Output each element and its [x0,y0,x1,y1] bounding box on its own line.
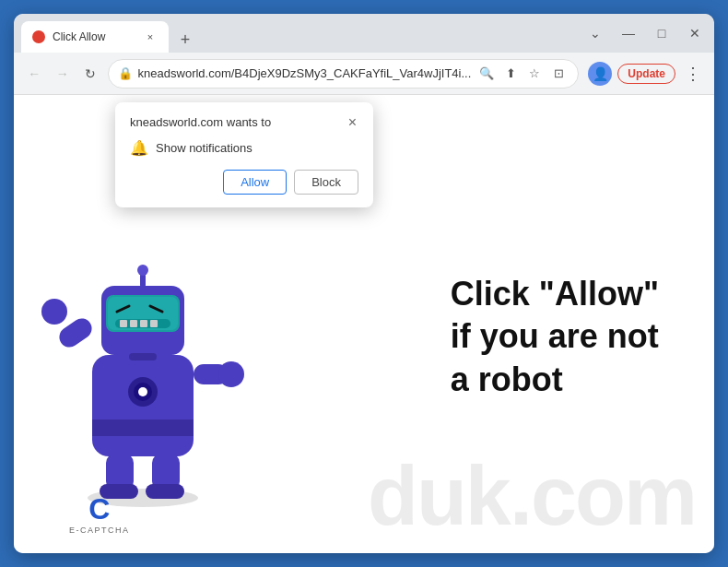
svg-point-17 [137,265,148,276]
url-text: kneadsworld.com/B4DjeX9DzSMy3_CAKFaYfiL_… [138,66,472,80]
main-text-line1: Click "Allow" [451,272,659,315]
tab-close-button[interactable]: × [143,30,158,44]
popup-title: kneadsworld.com wants to [130,115,271,129]
watermark-text: duk.com [368,449,696,544]
svg-rect-18 [129,353,157,360]
window-close-button[interactable]: ✕ [683,21,707,45]
notification-popup: kneadsworld.com wants to × 🔔 Show notifi… [115,102,373,207]
update-button[interactable]: Update [617,64,675,84]
profile-icon[interactable]: 👤 [588,62,612,86]
svg-rect-26 [146,484,184,499]
window-maximize-button[interactable]: □ [650,21,674,45]
search-address-button[interactable]: 🔍 [476,64,497,84]
browser-window: Click Allow × + ⌄ — □ ✕ ← → ↻ 🔒 kneadswo… [14,14,714,553]
svg-rect-2 [92,419,194,436]
ecaptcha-label-text: E-CAPTCHA [69,526,130,535]
bookmark-button[interactable]: ☆ [524,64,545,84]
address-bar[interactable]: 🔒 kneadsworld.com/B4DjeX9DzSMy3_CAKFaYfi… [108,59,580,89]
svg-rect-15 [150,320,158,327]
main-text-line3: a robot [451,359,659,402]
tab-title: Click Allow [53,30,135,43]
allow-button[interactable]: Allow [223,170,287,195]
ecaptcha-icon: C [88,494,110,524]
popup-notification-text: Show notifications [156,141,252,155]
ecaptcha-logo: C E-CAPTCHA [69,494,130,535]
svg-rect-12 [120,320,127,327]
robot-illustration [41,212,272,526]
browser-toolbar: ← → ↻ 🔒 kneadsworld.com/B4DjeX9DzSMy3_CA… [14,53,714,95]
menu-button[interactable]: ⋮ [681,62,705,86]
svg-point-5 [138,387,147,396]
popup-buttons: Allow Block [130,170,358,195]
svg-rect-13 [130,320,137,327]
main-text-line2: if you are not [451,315,659,359]
svg-point-20 [41,299,67,325]
popup-close-button[interactable]: × [346,115,358,130]
reload-button[interactable]: ↻ [79,61,102,87]
main-text: Click "Allow" if you are not a robot [451,272,659,401]
new-tab-button[interactable]: + [172,27,198,53]
svg-rect-14 [140,320,147,327]
window-minimize-button[interactable]: — [616,21,640,45]
back-button[interactable]: ← [23,61,46,87]
title-bar-controls: ⌄ — □ ✕ [583,21,707,45]
title-bar: Click Allow × + ⌄ — □ ✕ [14,14,714,53]
tab-favicon [32,30,45,43]
block-button[interactable]: Block [294,170,358,195]
content-area: duk.com kneadsworld.com wants to × 🔔 Sho… [14,95,714,553]
address-right-icons: 🔍 ⬆ ☆ ⊡ [476,64,569,84]
popup-notification-row: 🔔 Show notifications [130,139,358,157]
toolbar-right: 👤 Update ⋮ [588,62,705,86]
tabs-area: Click Allow × + [21,14,583,53]
forward-button[interactable]: → [52,61,75,87]
bell-icon: 🔔 [130,139,148,157]
popup-header: kneadsworld.com wants to × [130,115,358,130]
svg-point-22 [218,361,244,387]
active-tab[interactable]: Click Allow × [21,21,169,53]
extension-icon-button[interactable]: ⊡ [548,64,569,84]
lock-icon: 🔒 [118,66,133,80]
share-button[interactable]: ⬆ [500,64,521,84]
window-chevron-button[interactable]: ⌄ [583,21,607,45]
